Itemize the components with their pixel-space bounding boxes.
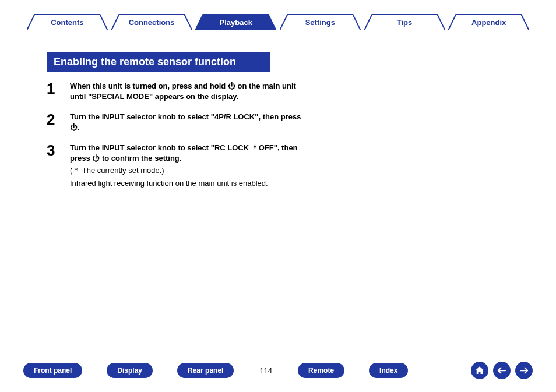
power-icon: ⏻	[92, 154, 100, 163]
link-display[interactable]: Display	[107, 363, 153, 378]
arrow-left-icon	[497, 365, 507, 376]
step-note: (＊ The currently set mode.)	[70, 165, 303, 176]
link-front-panel[interactable]: Front panel	[23, 363, 82, 378]
step-number: 3	[47, 143, 59, 158]
tab-label: Appendix	[448, 14, 529, 30]
step-number: 2	[47, 112, 59, 127]
step-number: 1	[47, 81, 59, 96]
tab-settings[interactable]: Settings	[280, 14, 361, 30]
tab-label: Settings	[280, 14, 361, 30]
tab-playback[interactable]: Playback	[195, 14, 276, 30]
step-text: When this unit is turned on, press and h…	[70, 82, 296, 101]
tab-connections[interactable]: Connections	[111, 14, 192, 30]
tab-label: Playback	[195, 14, 276, 30]
step-3: 3 Turn the INPUT selector knob to select…	[47, 143, 303, 188]
next-button[interactable]	[515, 362, 533, 379]
link-rear-panel[interactable]: Rear panel	[177, 363, 234, 378]
home-button[interactable]	[471, 362, 488, 379]
step-text: Turn the INPUT selector knob to select "…	[70, 112, 301, 132]
tab-label: Contents	[27, 14, 108, 30]
step-2: 2 Turn the INPUT selector knob to select…	[47, 112, 303, 132]
top-tabs: Contents Connections Playback Settings	[23, 14, 533, 30]
steps-list: 1 When this unit is turned on, press and…	[47, 81, 303, 188]
tab-tips[interactable]: Tips	[364, 14, 445, 30]
home-icon	[474, 365, 485, 376]
power-icon: ⏻	[228, 82, 235, 90]
tab-contents[interactable]: Contents	[27, 14, 108, 30]
power-icon: ⏻	[70, 123, 78, 132]
tab-label: Connections	[111, 14, 192, 30]
prev-button[interactable]	[493, 362, 511, 379]
step-text: Turn the INPUT selector knob to select "…	[70, 143, 298, 163]
tab-appendix[interactable]: Appendix	[448, 14, 529, 30]
arrow-right-icon	[519, 365, 529, 376]
section-title: Enabling the remote sensor function	[47, 52, 270, 72]
link-index[interactable]: Index	[369, 363, 408, 378]
tab-label: Tips	[364, 14, 445, 30]
step-note: Infrared light receiving function on the…	[70, 178, 303, 189]
link-remote[interactable]: Remote	[298, 363, 344, 378]
step-1: 1 When this unit is turned on, press and…	[47, 81, 303, 101]
bottom-nav: Front panel Display Rear panel 114 Remot…	[23, 362, 533, 379]
page-number: 114	[259, 366, 272, 375]
